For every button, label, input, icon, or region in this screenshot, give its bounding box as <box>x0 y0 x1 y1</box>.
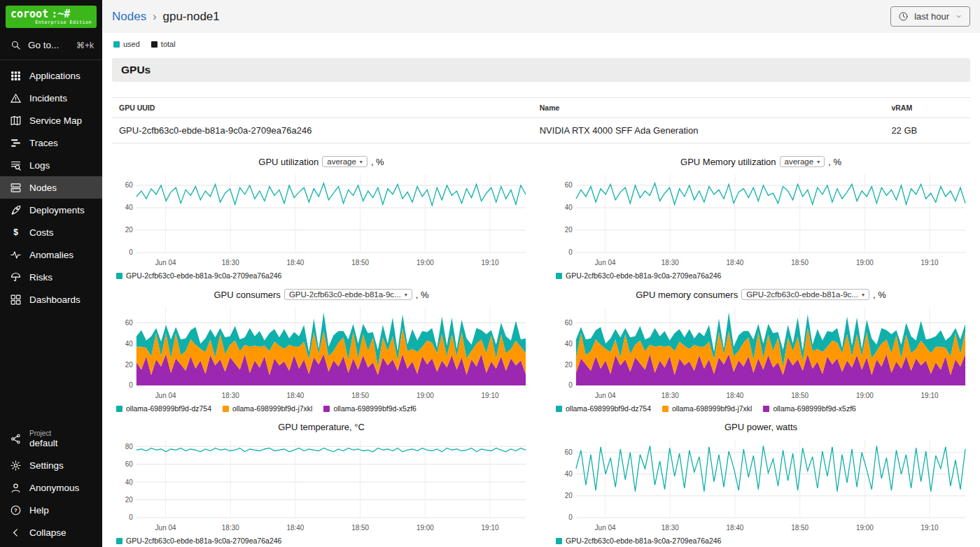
legend-label: total <box>161 40 176 48</box>
sidebar-item-project[interactable]: Projectdefault <box>0 425 102 454</box>
sidebar-item-costs[interactable]: $Costs <box>0 221 102 243</box>
sidebar-item-settings[interactable]: Settings <box>0 454 102 476</box>
sidebar-item-service-map[interactable]: Service Map <box>0 109 102 132</box>
charts-grid: GPU utilizationaverage▾, %0204060Jun 041… <box>112 152 970 545</box>
sidebar-item-help[interactable]: ?Help <box>0 499 102 521</box>
chart-plot-gpu-memory-utilization[interactable]: 0204060Jun 0418:3018:4018:5019:0019:10 <box>552 169 970 269</box>
legend-item: GPU-2cfb63c0-ebde-b81a-9c0a-2709ea76a246 <box>556 271 721 280</box>
sidebar-item-label: Help <box>29 505 49 516</box>
col-gpu-uuid: GPU UUID <box>112 98 533 118</box>
svg-text:18:40: 18:40 <box>727 524 744 532</box>
chart-plot-gpu-temperature[interactable]: 020406080Jun 0418:3018:4018:5019:0019:10 <box>112 434 531 534</box>
sidebar-item-nodes[interactable]: Nodes <box>0 176 102 199</box>
svg-text:60: 60 <box>125 181 134 189</box>
chart-plot-gpu-power[interactable]: 0204060Jun 0418:3018:4018:5019:0019:10 <box>552 434 970 534</box>
chart-plot-gpu-consumers[interactable]: 0204060Jun 0418:3018:4018:5019:0019:10 <box>112 301 531 402</box>
svg-text:19:00: 19:00 <box>856 392 874 399</box>
sidebar-item-applications[interactable]: Applications <box>0 64 102 87</box>
svg-text:18:40: 18:40 <box>727 392 744 399</box>
legend-label: GPU-2cfb63c0-ebde-b81a-9c0a-2709ea76a246 <box>126 271 281 280</box>
chart-title: GPU Memory utilizationaverage▾, % <box>552 156 970 167</box>
svg-text:60: 60 <box>125 460 134 468</box>
chevron-down-icon: ▾ <box>405 292 407 298</box>
sidebar-item-label: Anonymous <box>29 483 79 493</box>
clock-icon <box>898 11 909 22</box>
legend-swatch <box>556 406 562 412</box>
project-icon <box>10 433 22 445</box>
time-range-select[interactable]: last hour <box>890 6 970 27</box>
coroot-logo[interactable]: coroot :~# Enterprise Edition <box>6 6 97 28</box>
svg-text:19:00: 19:00 <box>416 524 434 532</box>
project-selector-label: Projectdefault <box>29 429 58 448</box>
breadcrumb-nodes-link[interactable]: Nodes <box>112 10 146 24</box>
chart-metric-select[interactable]: average▾ <box>780 156 825 167</box>
legend-swatch <box>763 406 769 412</box>
legend-item: ollama-698999bf9d-dz754 <box>556 404 651 413</box>
legend-swatch <box>151 41 158 48</box>
legend-item: GPU-2cfb63c0-ebde-b81a-9c0a-2709ea76a246 <box>116 271 281 280</box>
sidebar-item-risks[interactable]: Risks <box>0 266 102 288</box>
legend-swatch <box>556 273 562 279</box>
chart-metric-select[interactable]: average▾ <box>322 156 368 167</box>
sidebar-item-logs[interactable]: Logs <box>0 154 102 176</box>
legend-item: ollama-698999bf9d-x5zf6 <box>763 404 856 413</box>
sidebar-item-incidents[interactable]: Incidents <box>0 87 102 109</box>
sidebar-item-label: Service Map <box>29 115 82 126</box>
legend-item-total: total <box>151 40 176 48</box>
svg-text:Jun 04: Jun 04 <box>155 259 176 267</box>
settings-icon <box>10 460 22 471</box>
search-icon <box>10 39 22 51</box>
sidebar-item-dashboards[interactable]: Dashboards <box>0 288 102 311</box>
svg-text:Jun 04: Jun 04 <box>595 524 616 532</box>
chart-plot-gpu-utilization[interactable]: 0204060Jun 0418:3018:4018:5019:0019:10 <box>112 169 531 269</box>
time-range-value: last hour <box>914 11 949 22</box>
svg-text:19:10: 19:10 <box>482 392 499 399</box>
user-icon <box>10 482 22 494</box>
sidebar-item-label: Logs <box>29 160 50 171</box>
gpu-table: GPU UUID Name vRAM GPU-2cfb63c0-ebde-b81… <box>112 97 970 143</box>
svg-text:20: 20 <box>565 361 573 369</box>
logo-terminal: :~# <box>51 8 70 20</box>
legend-label: GPU-2cfb63c0-ebde-b81a-9c0a-2709ea76a246 <box>566 271 721 280</box>
chart-title-text: GPU Memory utilization <box>680 157 776 167</box>
svg-text:19:00: 19:00 <box>856 524 874 532</box>
sidebar-item-anonymous[interactable]: Anonymous <box>0 476 102 499</box>
legend-label: ollama-698999bf9d-x5zf6 <box>333 404 416 413</box>
goto-search[interactable]: Go to... ⌘+k <box>0 31 102 60</box>
svg-text:18:30: 18:30 <box>222 259 239 267</box>
legend-label: GPU-2cfb63c0-ebde-b81a-9c0a-2709ea76a246 <box>566 537 721 545</box>
svg-text:80: 80 <box>125 443 134 450</box>
sidebar-item-label: Dashboards <box>29 294 80 305</box>
chart-title-text: GPU temperature, °C <box>278 422 365 432</box>
sidebar-item-label: Risks <box>29 272 52 283</box>
legend-swatch <box>323 406 330 412</box>
svg-text:20: 20 <box>125 226 134 234</box>
chart-legend: ollama-698999bf9d-dz754ollama-698999bf9d… <box>552 402 970 413</box>
svg-text:18:30: 18:30 <box>662 259 679 267</box>
chart-metric-select[interactable]: GPU-2cfb63c0-ebde-b81a-9c...▾ <box>284 289 412 300</box>
svg-text:?: ? <box>14 507 18 513</box>
svg-text:18:40: 18:40 <box>287 392 304 399</box>
svg-text:0: 0 <box>129 381 133 389</box>
svg-text:40: 40 <box>125 204 134 211</box>
chart-legend: GPU-2cfb63c0-ebde-b81a-9c0a-2709ea76a246 <box>112 534 531 545</box>
sidebar-item-deployments[interactable]: Deployments <box>0 199 102 221</box>
chart-metric-select[interactable]: GPU-2cfb63c0-ebde-b81a-9c...▾ <box>741 289 869 300</box>
sidebar-nav: ApplicationsIncidentsService MapTracesLo… <box>0 60 102 311</box>
legend-label: GPU-2cfb63c0-ebde-b81a-9c0a-2709ea76a246 <box>126 537 281 545</box>
chart-plot-gpu-memory-consumers[interactable]: 0204060Jun 0418:3018:4018:5019:0019:10 <box>552 301 970 402</box>
sidebar-item-traces[interactable]: Traces <box>0 132 102 154</box>
legend-item: ollama-698999bf9d-dz754 <box>116 404 211 413</box>
legend-item: ollama-698999bf9d-x5zf6 <box>323 404 416 413</box>
chart-legend: GPU-2cfb63c0-ebde-b81a-9c0a-2709ea76a246 <box>552 269 970 280</box>
legend-swatch <box>662 406 668 412</box>
legend-swatch <box>116 273 122 279</box>
sidebar-item-anomalies[interactable]: Anomalies <box>0 243 102 266</box>
legend-swatch <box>116 406 122 412</box>
legend-swatch <box>113 41 120 48</box>
svg-text:40: 40 <box>565 470 573 478</box>
chevron-down-icon: ▾ <box>862 292 864 298</box>
svg-text:0: 0 <box>568 513 573 521</box>
sidebar-item-collapse[interactable]: Collapse <box>0 521 102 544</box>
svg-text:18:30: 18:30 <box>662 392 679 399</box>
